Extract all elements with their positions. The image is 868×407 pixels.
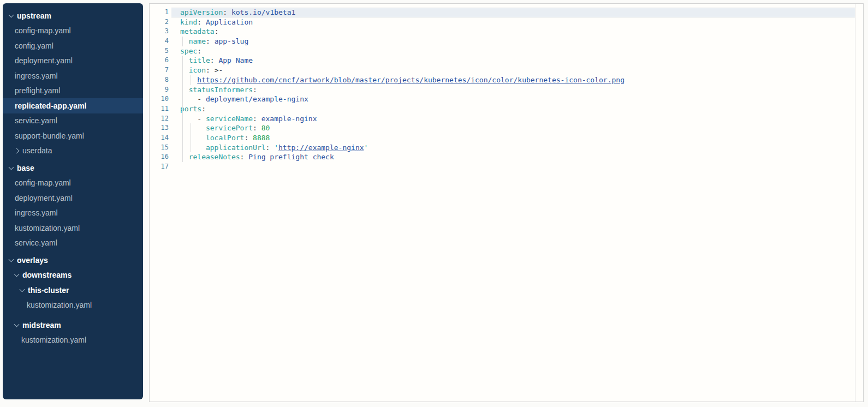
url-link[interactable]: https://github.com/cncf/artwork/blob/mas… (197, 76, 625, 84)
folder-label: this-cluster (28, 286, 69, 295)
code-line-content[interactable]: metadata: (171, 27, 855, 37)
code-line[interactable]: 9 statusInformers: (150, 85, 855, 95)
file-tree-item-downstreams[interactable]: downstreams (3, 268, 143, 283)
file-tree-item-kustomization-yaml[interactable]: kustomization.yaml (3, 220, 143, 236)
code-line-content[interactable]: - deployment/example-nginx (171, 94, 855, 104)
file-tree-item-deployment-yaml[interactable]: deployment.yaml (3, 190, 143, 206)
indent-guide (182, 37, 183, 46)
file-tree-item-config-yaml[interactable]: config.yaml (3, 38, 143, 53)
code-line[interactable]: 10 - deployment/example-nginx (150, 94, 855, 104)
code-line-content[interactable]: title: App Name (171, 56, 855, 65)
yaml-punct-token: >- (215, 66, 223, 74)
code-line-content[interactable]: spec: (171, 46, 855, 56)
indent-guide (182, 143, 183, 153)
chevron-down-icon[interactable] (9, 12, 14, 17)
code-line[interactable]: 6 title: App Name (150, 56, 855, 65)
code-line-content[interactable]: ports: (171, 104, 855, 114)
url-link[interactable]: http://example-nginx (278, 143, 364, 152)
code-line-content[interactable]: icon: >- (171, 65, 855, 75)
code-line[interactable]: 3metadata: (150, 27, 855, 37)
file-tree-item-midstream[interactable]: midstream (3, 318, 143, 333)
folder-label: midstream (22, 321, 61, 330)
file-tree-item-config-map-yaml[interactable]: config-map.yaml (3, 23, 143, 39)
yaml-key-token: ' (274, 143, 278, 152)
yaml-punct-token: : (215, 27, 219, 35)
code-line[interactable]: 12 - serviceName: example-nginx (150, 114, 855, 124)
yaml-plain-token (180, 124, 206, 132)
code-line[interactable]: 11ports: (150, 104, 855, 114)
yaml-key-token: apiVersion (180, 8, 223, 16)
file-tree-item-preflight-yaml[interactable]: preflight.yaml (3, 83, 143, 99)
file-label: deployment.yaml (15, 194, 73, 202)
code-line[interactable]: 13 servicePort: 80 (150, 123, 855, 133)
file-tree-item-service-yaml[interactable]: service.yaml (3, 236, 143, 251)
file-label: kustomization.yaml (15, 224, 80, 232)
code-line[interactable]: 1apiVersion: kots.io/v1beta1 (150, 8, 855, 17)
code-line[interactable]: 17 (150, 162, 855, 172)
line-number: 2 (150, 17, 171, 27)
yaml-value-token: example-nginx (261, 115, 317, 123)
file-tree-item-userdata[interactable]: userdata (3, 143, 143, 159)
file-tree-item-config-map-yaml[interactable]: config-map.yaml (3, 176, 143, 191)
code-line[interactable]: 5spec: (150, 46, 855, 56)
chevron-down-icon[interactable] (9, 256, 14, 262)
file-tree-item-this-cluster[interactable]: this-cluster (3, 283, 143, 298)
chevron-down-icon[interactable] (9, 164, 14, 170)
code-line[interactable]: 14 localPort: 8888 (150, 133, 855, 143)
code-line[interactable]: 7 icon: >- (150, 65, 855, 75)
file-label: service.yaml (15, 238, 57, 247)
yaml-editor-panel: 1apiVersion: kots.io/v1beta12kind: Appli… (149, 3, 864, 402)
indent-guide (182, 65, 183, 75)
file-label: replicated-app.yaml (15, 101, 87, 110)
chevron-down-icon[interactable] (20, 286, 25, 292)
code-line-content[interactable]: applicationUrl: 'http://example-nginx' (171, 143, 855, 153)
file-tree-item-deployment-yaml[interactable]: deployment.yaml (3, 53, 143, 69)
code-line[interactable]: 2kind: Application (150, 17, 855, 27)
code-line-content[interactable]: kind: Application (171, 17, 855, 27)
chevron-down-icon[interactable] (14, 272, 20, 277)
code-line-content[interactable]: https://github.com/cncf/artwork/blob/mas… (171, 75, 855, 85)
yaml-punct-token: : (206, 66, 210, 74)
line-number: 10 (150, 94, 171, 104)
yaml-punct-token: : (206, 37, 210, 45)
yaml-plain-token (210, 37, 215, 45)
file-tree-item-ingress-yaml[interactable]: ingress.yaml (3, 68, 143, 83)
yaml-punct-token: : (201, 105, 206, 113)
code-line-content[interactable]: servicePort: 80 (171, 123, 855, 133)
code-line[interactable]: 8 https://github.com/cncf/artwork/blob/m… (150, 75, 855, 85)
file-tree-item-service-yaml[interactable]: service.yaml (3, 113, 143, 129)
yaml-key-token: metadata (180, 27, 215, 35)
code-editor[interactable]: 1apiVersion: kots.io/v1beta12kind: Appli… (150, 4, 855, 402)
file-tree-item-overlays[interactable]: overlays (3, 253, 143, 268)
file-tree-item-ingress-yaml[interactable]: ingress.yaml (3, 206, 143, 221)
file-tree-item-kustomization-yaml[interactable]: kustomization.yaml (3, 298, 143, 313)
folder-label: base (17, 164, 34, 172)
line-number: 8 (150, 75, 171, 85)
chevron-down-icon[interactable] (14, 321, 20, 327)
code-line-content-active[interactable]: apiVersion: kots.io/v1beta1 (171, 8, 855, 17)
yaml-key-token: ' (364, 143, 368, 152)
code-line-content[interactable]: statusInformers: (171, 85, 855, 95)
code-line-content[interactable]: releaseNotes: Ping preflight check (171, 152, 855, 162)
yaml-key-token: statusInformers (189, 86, 253, 94)
file-tree-item-base[interactable]: base (3, 160, 143, 176)
line-number: 13 (150, 123, 171, 133)
code-line[interactable]: 16 releaseNotes: Ping preflight check (150, 152, 855, 162)
code-line[interactable]: 15 applicationUrl: 'http://example-nginx… (150, 143, 855, 153)
file-label: config-map.yaml (15, 178, 71, 187)
code-line-content[interactable]: - serviceName: example-nginx (171, 114, 855, 124)
code-line-content[interactable]: name: app-slug (171, 37, 855, 46)
indent-guide (191, 143, 191, 153)
code-line-content[interactable]: localPort: 8888 (171, 133, 855, 143)
file-tree-item-upstream[interactable]: upstream (3, 8, 143, 23)
code-line-content[interactable] (171, 162, 855, 172)
yaml-value-token: Ping preflight check (248, 153, 334, 161)
indent-guide (182, 56, 183, 65)
code-line[interactable]: 4 name: app-slug (150, 37, 855, 46)
file-tree-item-support-bundle-yaml[interactable]: support-bundle.yaml (3, 128, 143, 143)
file-tree-item-kustomization-yaml[interactable]: kustomization.yaml (3, 333, 143, 348)
chevron-right-icon[interactable] (14, 148, 20, 153)
file-tree-item-replicated-app-yaml[interactable]: replicated-app.yaml (3, 98, 143, 113)
yaml-punct-token: - (197, 115, 206, 123)
yaml-key-token: icon (189, 66, 206, 74)
